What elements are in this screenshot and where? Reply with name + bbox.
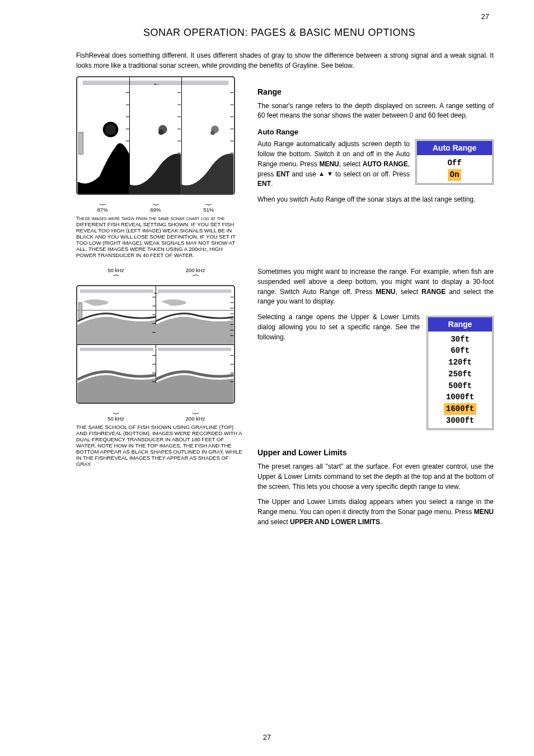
auto-range-menu-header: Auto Range (417, 141, 492, 155)
brace-row-b-bottom: ⏟ ⏟ (76, 404, 235, 416)
sonar-waveform-b (77, 286, 234, 403)
sonar-waveform-a (77, 77, 234, 194)
svg-rect-25 (80, 290, 153, 293)
selected-highlight: On (448, 169, 462, 181)
text: , select (396, 288, 421, 296)
freq-label: 50 kHz (76, 416, 156, 422)
upper-lower-p1: The preset ranges all "start" at the sur… (257, 462, 494, 492)
figure-b-caption: THE SAME SCHOOL OF FISH SHOWN USING GRAY… (76, 424, 244, 467)
text: . (271, 180, 273, 188)
svg-point-3 (158, 129, 164, 135)
key-range: RANGE (421, 288, 446, 296)
text: and select (257, 518, 290, 526)
key-menu: MENU (474, 508, 494, 516)
intro-paragraph: FishReveal does something different. It … (76, 50, 494, 71)
range-option[interactable]: 3000ft (428, 415, 492, 427)
upper-lower-p2: The Upper and Lower Limits dialog appear… (257, 497, 494, 527)
auto-range-option-off[interactable]: Off (417, 157, 492, 169)
range-heading: Range (257, 86, 494, 98)
svg-rect-52 (79, 302, 82, 319)
figure-a-left: ← (76, 76, 244, 213)
text: and use (289, 170, 318, 178)
brace-row-b-top: ⏟ ⏟ (76, 273, 235, 285)
text: , select (339, 160, 363, 168)
up-arrow-icon: ▲ (318, 169, 325, 178)
top-labels-b: 50 kHz 200 kHz (76, 267, 235, 273)
range-option[interactable]: 1000ft (428, 391, 492, 403)
brace-glyph: ⏟ (156, 404, 235, 416)
range-option[interactable]: 250ft (428, 368, 492, 380)
svg-rect-24 (79, 132, 83, 154)
figure-a-row: ← (76, 76, 494, 213)
svg-point-5 (210, 130, 215, 135)
upper-lower-heading: Upper and Lower Limits (257, 447, 494, 459)
range-option[interactable]: 30ft (428, 334, 492, 346)
figure-b-left: 50 kHz 200 kHz ⏟ ⏟ ← (76, 267, 244, 533)
svg-rect-26 (158, 290, 231, 293)
page-number-top: 27 (481, 12, 489, 21)
key-ent: ENT (276, 170, 289, 178)
auto-range-option-on[interactable]: On (417, 169, 492, 181)
brace-label: 69% (129, 207, 182, 213)
down-arrow-icon: ▼ (327, 169, 333, 178)
svg-rect-27 (80, 348, 153, 351)
text: . (380, 518, 382, 526)
page-number-bottom: 27 (0, 733, 534, 741)
text: The Upper and Lower Limits dialog appear… (257, 498, 494, 516)
range-option[interactable]: 120ft (428, 357, 492, 368)
brace-glyph: ⏟ (76, 404, 156, 416)
freq-label: 200 kHz (156, 267, 235, 273)
brace-row-a: ⏟ ⏟ ⏟ (76, 195, 235, 207)
selected-highlight: 1600ft (444, 403, 476, 415)
auto-range-p3: When you switch Auto Range off the sonar… (257, 195, 494, 205)
range-p1: The sonar's range refers to the depth di… (257, 101, 494, 122)
range-menu-wrap: Range 30ft60ft120ft250ft500ft1000ft1600f… (427, 316, 494, 430)
key-ent: ENT (257, 180, 271, 188)
figure-a-caption-col: Range The sonar's range refers to the de… (257, 76, 494, 213)
freq-label: 200 kHz (156, 416, 235, 422)
key-menu: MENU (319, 160, 339, 168)
range-selection-col: Sometimes you might want to increase the… (257, 267, 494, 533)
range-option[interactable]: 60ft (428, 345, 492, 357)
auto-range-menu[interactable]: Auto Range Off On (415, 139, 494, 184)
freq-label: 50 kHz (76, 267, 156, 273)
range-option[interactable]: 1600ft (428, 403, 492, 415)
range-option[interactable]: 500ft (428, 380, 492, 392)
key-upper-lower: UPPER AND LOWER LIMITS (290, 518, 380, 526)
auto-range-heading: Auto Range (257, 127, 494, 137)
svg-point-1 (105, 124, 116, 135)
content-area: FishReveal does something different. It … (76, 50, 494, 533)
auto-range-menu-wrap: Auto Range Off On (415, 139, 494, 184)
range-menu-header: Range (428, 318, 492, 332)
auto-range-menu-body: Off On (417, 155, 492, 183)
key-menu: MENU (376, 288, 395, 296)
section-title: SONAR OPERATION: PAGES & BASIC MENU OPTI… (143, 27, 415, 39)
key-auto-range: AUTO RANGE (363, 160, 408, 168)
brace-glyph: ⏟ (76, 273, 156, 285)
range-p4: Sometimes you might want to increase the… (257, 267, 494, 307)
range-menu[interactable]: Range 30ft60ft120ft250ft500ft1000ft1600f… (427, 316, 494, 430)
sonar-image-b: ← (76, 285, 235, 404)
brace-glyph: ⏟ (76, 195, 129, 207)
brace-label: 51% (182, 207, 235, 213)
brace-glyph: ⏟ (156, 273, 235, 285)
range-menu-body: 30ft60ft120ft250ft500ft1000ft1600ft3000f… (428, 332, 492, 429)
figure-b-row: 50 kHz 200 kHz ⏟ ⏟ ← (76, 267, 494, 533)
svg-rect-28 (158, 348, 231, 351)
sonar-image-a: ← (76, 76, 235, 195)
brace-glyph: ⏟ (129, 195, 182, 207)
brace-labels-a: 87% 69% 51% (76, 207, 235, 213)
text: to select on or off. Press (333, 170, 410, 178)
figure-a-caption: These images were taken from the same so… (76, 215, 244, 258)
brace-glyph: ⏟ (182, 195, 235, 207)
bottom-labels-b: 50 kHz 200 kHz (76, 416, 235, 422)
brace-label: 87% (76, 207, 129, 213)
